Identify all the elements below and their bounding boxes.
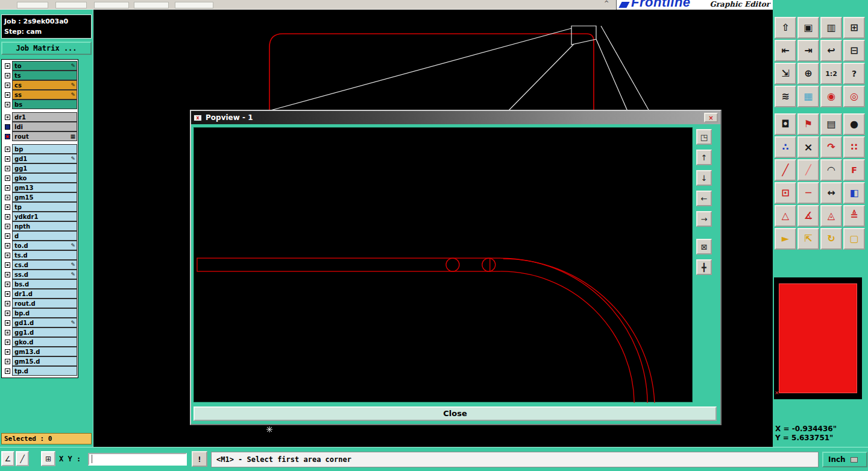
- layer-checkbox[interactable]: [2, 250, 12, 260]
- previous-view-button[interactable]: ↩: [820, 40, 842, 62]
- layer-checkbox[interactable]: [2, 356, 12, 366]
- triangle-button[interactable]: △: [775, 205, 796, 227]
- layer-name-cell[interactable]: ldi: [12, 122, 77, 131]
- layer-checkbox[interactable]: [2, 122, 12, 131]
- layer-name-cell[interactable]: cs.d✎: [12, 260, 77, 270]
- select-arrow-button[interactable]: ►: [775, 228, 796, 250]
- layer-name-cell[interactable]: gm15: [12, 192, 77, 202]
- coord-grid-button[interactable]: ⊞: [41, 451, 55, 466]
- thin-line-button[interactable]: ╱: [797, 159, 819, 181]
- units-button[interactable]: Inch: [822, 452, 867, 467]
- layer-row[interactable]: cs✎: [2, 80, 77, 90]
- layer-checkbox[interactable]: [2, 337, 12, 347]
- line-button[interactable]: ╱: [775, 159, 796, 181]
- aperture-button[interactable]: ●: [843, 113, 865, 135]
- layer-row[interactable]: gm15: [2, 192, 77, 202]
- width-button[interactable]: ↔: [820, 182, 842, 204]
- layer-row[interactable]: npth: [2, 221, 77, 231]
- layer-checkbox[interactable]: [2, 183, 12, 192]
- layer-row[interactable]: cs.d✎: [2, 260, 77, 270]
- select-rotate-button[interactable]: ↻: [820, 228, 842, 250]
- select-corner-button[interactable]: ⇱: [797, 228, 819, 250]
- arc-button[interactable]: ◠: [820, 159, 842, 181]
- layer-name-cell[interactable]: d: [12, 231, 77, 241]
- layer-name-cell[interactable]: dr1: [12, 112, 77, 122]
- layer-row[interactable]: gd1.d✎: [2, 318, 77, 327]
- layer-name-cell[interactable]: tp: [12, 202, 77, 212]
- layer-row[interactable]: to.d✎: [2, 241, 77, 250]
- layer-name-cell[interactable]: cs✎: [12, 80, 77, 90]
- layer-row[interactable]: dr1.d: [2, 289, 77, 299]
- job-matrix-button[interactable]: Job Matrix ...: [1, 42, 92, 55]
- snap-line-button[interactable]: ╱: [16, 451, 29, 466]
- layer-row[interactable]: bs: [2, 100, 77, 109]
- layer-name-cell[interactable]: tp.d: [12, 366, 77, 376]
- layer-checkbox[interactable]: [2, 270, 12, 279]
- layer-row[interactable]: gm15.d: [2, 356, 77, 366]
- layer-checkbox[interactable]: [2, 71, 12, 80]
- layer-order-button[interactable]: ◉: [820, 86, 842, 107]
- view-in-button[interactable]: ⇤: [775, 40, 796, 62]
- layer-name-cell[interactable]: bp.d: [12, 308, 77, 318]
- layer-row[interactable]: tp.d: [2, 366, 77, 376]
- layer-name-cell[interactable]: to✎: [12, 61, 77, 71]
- layer-row[interactable]: ts.d: [2, 250, 77, 260]
- layer-checkbox[interactable]: [2, 144, 12, 154]
- layer-checkbox[interactable]: [2, 221, 12, 231]
- layer-row[interactable]: ss✎: [2, 90, 77, 100]
- layer-checkbox[interactable]: [2, 299, 12, 308]
- layer-row[interactable]: ldi: [2, 122, 77, 131]
- layer-checkbox[interactable]: [2, 173, 12, 183]
- layer-checkbox[interactable]: [2, 347, 12, 356]
- layer-checkbox[interactable]: [2, 80, 12, 90]
- layer-name-cell[interactable]: rout▦: [12, 131, 77, 141]
- layer-row[interactable]: gm13.d: [2, 347, 77, 356]
- layer-name-cell[interactable]: bs: [12, 100, 77, 109]
- measure-button[interactable]: ▤: [820, 113, 842, 135]
- points-button[interactable]: ∷: [843, 136, 865, 158]
- layer-name-cell[interactable]: gd1.d✎: [12, 318, 77, 327]
- layer-name-cell[interactable]: dr1.d: [12, 289, 77, 299]
- pattern-button[interactable]: ∴: [775, 136, 796, 158]
- grid-toggle-button[interactable]: ▦: [797, 86, 819, 107]
- layer-checkbox[interactable]: [2, 241, 12, 250]
- layer-row[interactable]: to✎: [2, 61, 77, 71]
- layer-checkbox[interactable]: [2, 131, 12, 141]
- ruler-button[interactable]: ▥: [820, 17, 842, 39]
- menu-fragment[interactable]: [134, 2, 169, 8]
- popup-fit-view-button[interactable]: ⊠: [696, 239, 712, 254]
- surface-button[interactable]: ◧: [843, 182, 865, 204]
- rotate-button[interactable]: ↷: [820, 136, 842, 158]
- popview-titlebar[interactable]: x Popview - 1 ×: [191, 111, 720, 124]
- layer-checkbox[interactable]: [2, 279, 12, 289]
- redraw-button[interactable]: ≋: [775, 86, 796, 107]
- layer-name-cell[interactable]: gm13: [12, 183, 77, 192]
- layer-row[interactable]: rout▦: [2, 131, 77, 141]
- layer-row[interactable]: rout.d: [2, 299, 77, 308]
- layer-checkbox[interactable]: [2, 100, 12, 109]
- layer-checkbox[interactable]: [2, 112, 12, 122]
- layer-checkbox[interactable]: [2, 212, 12, 221]
- active-layer-button[interactable]: ⚑: [797, 113, 819, 135]
- layer-name-cell[interactable]: gg1.d: [12, 327, 77, 337]
- delta-button[interactable]: ≜: [843, 205, 865, 227]
- layer-name-cell[interactable]: gg1: [12, 163, 77, 173]
- layer-row[interactable]: dr1: [2, 112, 77, 122]
- layer-name-cell[interactable]: gm13.d: [12, 347, 77, 356]
- view-out-button[interactable]: ⇥: [797, 40, 819, 62]
- pad-button[interactable]: ⊡: [775, 182, 796, 204]
- popview-close-x-button[interactable]: ×: [704, 113, 718, 122]
- popup-scroll-left-button[interactable]: ←: [696, 191, 712, 206]
- layer-name-cell[interactable]: gko: [12, 173, 77, 183]
- layer-name-cell[interactable]: gko.d: [12, 337, 77, 347]
- layer-row[interactable]: gko.d: [2, 337, 77, 347]
- xy-input[interactable]: [88, 453, 187, 466]
- menu-fragment[interactable]: [17, 2, 48, 8]
- layer-checkbox[interactable]: [2, 90, 12, 100]
- layer-name-cell[interactable]: bp: [12, 144, 77, 154]
- layer-checkbox[interactable]: [2, 163, 12, 173]
- snap-angle-button[interactable]: ∠: [1, 451, 14, 466]
- layer-checkbox[interactable]: [2, 327, 12, 337]
- peak-button[interactable]: ◬: [820, 205, 842, 227]
- menu-fragment[interactable]: [175, 2, 213, 8]
